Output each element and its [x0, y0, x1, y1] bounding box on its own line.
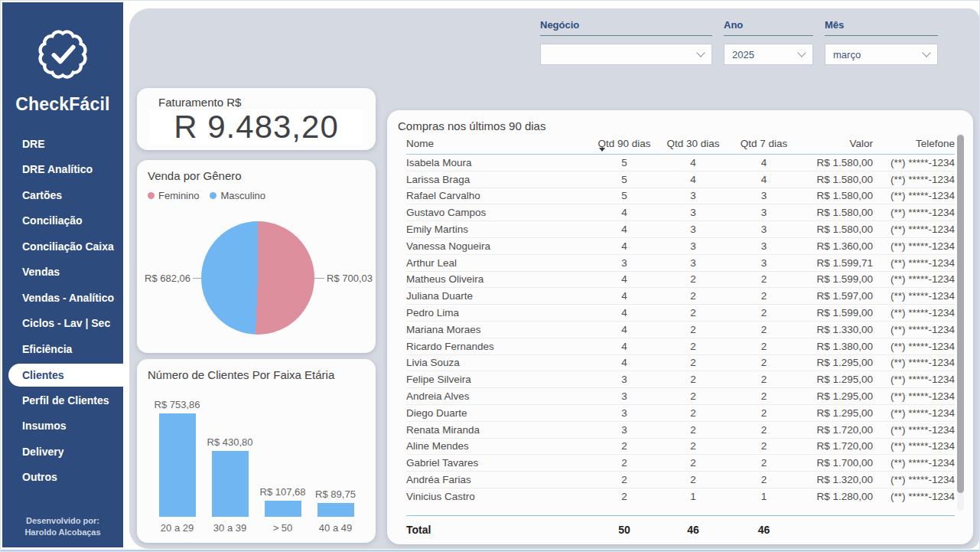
cell-qtd7: 2: [728, 374, 800, 385]
legend-item[interactable]: Masculino: [210, 190, 265, 201]
cell-telefone: (**) *****-1234: [873, 390, 955, 402]
table-row[interactable]: Diego Duarte 3 2 2 R$ 1.295,00 (**) ****…: [406, 405, 955, 422]
table-row[interactable]: Matheus Oliveira 4 2 2 R$ 1.599,00 (**) …: [406, 272, 955, 289]
table-row[interactable]: Isabela Moura 5 4 4 R$ 1.580,00 (**) ***…: [406, 155, 955, 171]
table-row[interactable]: Andreia Alves 3 2 2 R$ 1.295,00 (**) ***…: [406, 388, 955, 405]
cell-valor: R$ 1.280,00: [800, 491, 873, 502]
sidebar-item[interactable]: Vendas - Analítico: [2, 285, 123, 311]
table-row[interactable]: Vanessa Nogueira 4 3 3 R$ 1.360,00 (**) …: [406, 238, 955, 255]
cell-telefone: (**) *****-1234: [873, 307, 955, 318]
sidebar-item[interactable]: Clientes: [8, 364, 134, 387]
cell-valor: R$ 1.295,00: [800, 357, 873, 368]
legend-dot-icon: [148, 192, 155, 199]
cell-qtd30: 2: [659, 307, 728, 318]
callout-line: [193, 278, 202, 279]
cell-telefone: (**) *****-1234: [873, 190, 955, 201]
bar-fill[interactable]: [159, 413, 196, 517]
cell-qtd30: 2: [659, 457, 728, 469]
pie-chart[interactable]: [201, 221, 314, 335]
cell-qtd7: 2: [728, 341, 800, 352]
cell-telefone: (**) *****-1234: [873, 273, 955, 285]
sidebar-item-label: Outros: [22, 471, 57, 483]
venda-por-genero-card: Venda por Gênero Feminino Masculino R$ 6…: [137, 160, 376, 353]
sidebar-item[interactable]: DRE Analítico: [2, 157, 123, 183]
column-header-qtd30[interactable]: Qtd 30 dias: [659, 138, 728, 149]
ano-select[interactable]: 2025: [724, 44, 813, 65]
sidebar-item-label: Conciliação Caixa: [22, 240, 114, 253]
table-row[interactable]: Emily Martins 4 3 3 R$ 1.580,00 (**) ***…: [406, 221, 955, 238]
table-row[interactable]: Felipe Silveira 3 2 2 R$ 1.295,00 (**) *…: [406, 371, 955, 388]
table-row[interactable]: Arthur Leal 3 3 3 R$ 1.599,71 (**) *****…: [406, 255, 955, 272]
cell-qtd30: 3: [659, 224, 728, 235]
cell-qtd30: 4: [659, 174, 728, 185]
cell-telefone: (**) *****-1234: [873, 374, 955, 385]
bar-fill[interactable]: [265, 501, 301, 517]
table-row[interactable]: Mariana Moraes 4 2 2 R$ 1.330,00 (**) **…: [406, 322, 955, 338]
total-qtd7: 46: [728, 524, 800, 536]
sidebar-item[interactable]: Conciliação Caixa: [2, 234, 123, 260]
bar-fill[interactable]: [212, 451, 249, 517]
table-row[interactable]: Andréa Farias 2 2 2 R$ 1.320,00 (**) ***…: [406, 472, 955, 488]
bar-value-label: R$ 753,86: [155, 399, 200, 410]
table-row[interactable]: Pedro Lima 4 2 2 R$ 1.599,00 (**) *****-…: [406, 305, 955, 322]
cell-qtd90: 4: [590, 224, 659, 235]
sidebar-item[interactable]: Delivery: [2, 439, 123, 465]
table-row[interactable]: Larissa Braga 5 4 4 R$ 1.580,00 (**) ***…: [406, 171, 955, 188]
cell-qtd7: 2: [728, 407, 800, 419]
table-row[interactable]: Vinicius Castro 2 1 1 R$ 1.280,00 (**) *…: [406, 488, 955, 505]
cell-qtd30: 1: [659, 491, 728, 502]
cell-qtd30: 3: [659, 240, 728, 252]
table-row[interactable]: Juliana Duarte 4 2 2 R$ 1.597,00 (**) **…: [406, 288, 955, 305]
bar-fill[interactable]: [317, 503, 354, 517]
cell-qtd7: 3: [728, 240, 800, 252]
sidebar-item[interactable]: Eficiência: [2, 336, 123, 362]
table-row[interactable]: Renata Miranda 3 2 2 R$ 1.720,00 (**) **…: [406, 422, 955, 439]
sidebar-item[interactable]: Ciclos - Lav | Sec: [2, 311, 123, 337]
bar-column: R$ 430,80 30 a 39: [207, 399, 254, 534]
negocio-select[interactable]: [540, 44, 712, 65]
cell-qtd90: 4: [590, 290, 659, 302]
cell-telefone: (**) *****-1234: [873, 174, 955, 185]
sidebar-item[interactable]: Conciliação: [2, 208, 123, 234]
cell-qtd7: 2: [728, 474, 800, 485]
table-row[interactable]: Livia Souza 4 2 2 R$ 1.295,00 (**) *****…: [406, 355, 955, 372]
sidebar-item-label: Eficiência: [22, 343, 72, 355]
table-row[interactable]: Gabriel Tavares 2 2 2 R$ 1.700,00 (**) *…: [406, 455, 955, 472]
column-header-nome[interactable]: Nome: [406, 138, 590, 149]
column-header-qtd7[interactable]: Qtd 7 dias: [728, 138, 800, 149]
table-scrollbar-thumb[interactable]: [957, 135, 964, 493]
total-qtd90: 50: [590, 524, 659, 536]
cell-qtd30: 3: [659, 207, 728, 218]
table-row[interactable]: Aline Mendes 2 2 2 R$ 1.720,00 (**) ****…: [406, 439, 955, 456]
table-row[interactable]: Gustavo Campos 4 3 3 R$ 1.580,00 (**) **…: [406, 204, 955, 221]
cell-qtd7: 2: [728, 290, 800, 302]
cell-valor: R$ 1.720,00: [800, 424, 873, 436]
chevron-down-icon: [922, 48, 930, 57]
table-row[interactable]: Rafael Carvalho 5 3 3 R$ 1.580,00 (**) *…: [406, 188, 955, 205]
cell-valor: R$ 1.700,00: [800, 457, 873, 469]
cell-qtd30: 2: [659, 324, 728, 335]
table-total-row: Total 50 46 46: [406, 515, 955, 543]
cell-qtd90: 4: [590, 240, 659, 252]
developer-credit-name: Haroldo Alcobaças: [2, 527, 123, 538]
cell-qtd30: 2: [659, 390, 728, 402]
mes-select[interactable]: março: [825, 44, 938, 65]
sidebar-item[interactable]: Cartões: [2, 182, 123, 208]
sidebar-item[interactable]: DRE: [2, 131, 123, 157]
bar-category-label: > 50: [273, 522, 293, 534]
column-header-qtd90[interactable]: Qtd 90 dias: [590, 138, 659, 149]
pie-label-feminino: R$ 700,03: [327, 273, 373, 284]
cell-valor: R$ 1.580,00: [800, 207, 873, 218]
legend-item[interactable]: Feminino: [148, 190, 199, 201]
column-header-telefone[interactable]: Telefone: [873, 138, 955, 149]
cell-valor: R$ 1.380,00: [800, 341, 873, 352]
cell-telefone: (**) *****-1234: [873, 440, 955, 452]
chevron-down-icon: [797, 48, 806, 57]
sidebar-item[interactable]: Perfil de Clientes: [2, 387, 123, 413]
sidebar-item[interactable]: Insumos: [2, 413, 123, 439]
sidebar-item[interactable]: Outros: [2, 465, 123, 491]
sidebar-item[interactable]: Vendas: [2, 260, 123, 286]
bar-category-label: 20 a 29: [161, 522, 194, 534]
table-row[interactable]: Ricardo Fernandes 4 2 2 R$ 1.380,00 (**)…: [406, 338, 955, 355]
column-header-valor[interactable]: Valor: [800, 138, 873, 149]
